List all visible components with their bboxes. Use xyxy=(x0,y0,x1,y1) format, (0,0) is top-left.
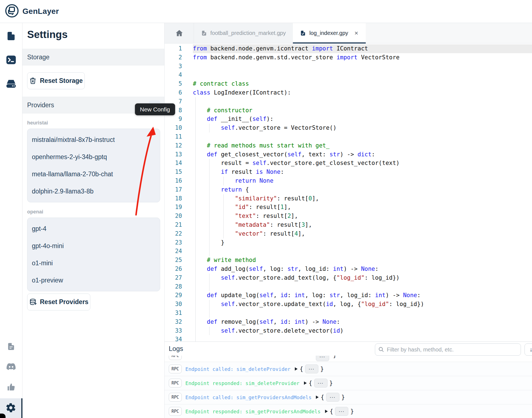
provider-group-label: heuristai xyxy=(27,120,160,126)
code-line[interactable]: 2from backend.node.genvm.std.vector_stor… xyxy=(165,53,532,62)
log-message: Endpoint called: sim_deleteProvider xyxy=(185,366,290,372)
code-line[interactable]: 1from backend.node.genvm.icontract impor… xyxy=(165,44,532,53)
expand-triangle-icon[interactable] xyxy=(316,396,319,399)
provider-model-item[interactable]: openhermes-2-yi-34b-gptq xyxy=(27,148,160,165)
provider-model-item[interactable]: dolphin-2.9-llama3-8b xyxy=(27,183,160,200)
log-row: RPCEndpoint called: sim_getProvidersAndM… xyxy=(165,390,532,404)
code-line[interactable]: 10 self.vector_store = VectorStore() xyxy=(165,124,532,132)
reset-storage-button[interactable]: Reset Storage xyxy=(27,72,85,89)
docs-icon[interactable] xyxy=(6,341,17,352)
logs-filter-input[interactable] xyxy=(375,343,521,356)
expand-params-button[interactable]: ··· xyxy=(335,407,348,416)
code-line[interactable]: 5# contract class xyxy=(165,80,532,88)
expand-params-button[interactable]: ··· xyxy=(316,356,329,361)
opening-brace: { xyxy=(330,408,333,415)
code-line[interactable]: 12 # read methods must start with get_ xyxy=(165,141,532,150)
code-line[interactable]: 23 } xyxy=(165,238,532,247)
code-line[interactable]: 20 "text": result[2], xyxy=(165,212,532,221)
line-number: 14 xyxy=(165,159,193,168)
code-line[interactable]: 6class LogIndexer(IContract): xyxy=(165,88,532,97)
code-line[interactable]: 34 xyxy=(165,335,532,341)
provider-model-item[interactable]: mistralai/mixtral-8x7b-instruct xyxy=(27,131,160,148)
code-line[interactable]: 18 "similarity": result[0], xyxy=(165,194,532,203)
line-number: 33 xyxy=(165,327,193,335)
gear-icon[interactable] xyxy=(6,402,16,414)
line-number: 25 xyxy=(165,256,193,265)
code-line[interactable]: 28 xyxy=(165,282,532,291)
code-line[interactable]: 11 xyxy=(165,132,532,141)
thumbs-up-icon[interactable] xyxy=(6,381,17,392)
code-editor[interactable]: 1from backend.node.genvm.icontract impor… xyxy=(165,44,532,341)
expand-params-button[interactable]: ··· xyxy=(314,379,328,388)
closing-brace: } xyxy=(341,394,345,401)
code-line[interactable]: 8 # constructor xyxy=(165,106,532,115)
line-number: 11 xyxy=(165,132,193,141)
code-line[interactable]: 26 def add_log(self, log: str, log_id: i… xyxy=(165,265,532,274)
expand-triangle-icon[interactable] xyxy=(325,410,328,413)
code-line[interactable]: 27 self.vector_store.add_text(log, {"log… xyxy=(165,274,532,282)
tab-football-prediction-market[interactable]: football_prediction_market.gpy xyxy=(194,23,293,43)
home-tab-button[interactable] xyxy=(165,23,194,43)
provider-model-item[interactable]: meta-llama/llama-2-70b-chat xyxy=(27,165,160,183)
code-line[interactable]: 25 # write method xyxy=(165,256,532,265)
log-message: Endpoint called: sim_getProvidersAndMode… xyxy=(185,394,311,400)
expand-triangle-icon[interactable] xyxy=(295,367,298,371)
provider-group: mistralai/mixtral-8x7b-instructopenherme… xyxy=(27,129,160,202)
line-number: 15 xyxy=(165,168,193,177)
code-line[interactable]: 30 self.vector_store.update_text(id, log… xyxy=(165,300,532,309)
files-icon[interactable] xyxy=(6,30,17,42)
icon-rail xyxy=(0,23,22,418)
storage-drive-icon[interactable] xyxy=(6,78,17,89)
expand-params-button[interactable]: ··· xyxy=(326,393,339,402)
expand-params-button[interactable]: ··· xyxy=(305,365,318,373)
editor-pane: football_prediction_market.gpy log_index… xyxy=(165,23,532,418)
database-reset-icon xyxy=(29,298,37,306)
code-line[interactable]: 29 def update_log(self, id: int, log: st… xyxy=(165,291,532,300)
tab-bar-filler xyxy=(366,23,532,43)
closing-brace: } xyxy=(350,408,354,415)
terminal-icon[interactable] xyxy=(6,54,17,65)
code-line[interactable]: 9 def __init__(self): xyxy=(165,115,532,124)
line-number: 27 xyxy=(165,274,193,282)
code-line[interactable]: 7 xyxy=(165,97,532,106)
genlayer-logo-icon xyxy=(5,4,19,19)
line-number: 21 xyxy=(165,221,193,230)
code-line[interactable]: 17 return { xyxy=(165,185,532,194)
closing-brace: } xyxy=(329,380,333,386)
providers-label: Providers xyxy=(27,101,54,109)
reset-providers-button[interactable]: Reset Providers xyxy=(27,294,90,310)
closing-brace: } xyxy=(333,356,337,358)
code-line[interactable]: 4 xyxy=(165,71,532,80)
brand-title: GenLayer xyxy=(22,7,59,16)
log-row: RPCEndpoint responded: sim_deleteProvide… xyxy=(165,376,532,390)
close-tab-icon[interactable]: ✕ xyxy=(354,30,359,36)
sort-icon: ↓↑ xyxy=(530,346,532,353)
code-line[interactable]: 22 "vector": result[4], xyxy=(165,230,532,238)
expand-triangle-icon[interactable] xyxy=(304,381,307,385)
code-line[interactable]: 14 result = self.vector_store.get_closes… xyxy=(165,159,532,168)
file-check-icon xyxy=(300,30,306,36)
code-line[interactable]: 32 def remove_log(self, id: int) -> None… xyxy=(165,318,532,327)
search-icon xyxy=(378,346,384,352)
line-number: 6 xyxy=(165,88,193,97)
rpc-badge: RPC xyxy=(169,407,182,416)
sort-logs-button[interactable]: ↓↑ xyxy=(525,343,532,356)
code-line[interactable]: 24 xyxy=(165,247,532,256)
tab-log-indexer[interactable]: log_indexer.gpy ✕ xyxy=(293,23,365,43)
code-line[interactable]: 21 "metadata": result[3], xyxy=(165,221,532,230)
line-number: 29 xyxy=(165,291,193,300)
code-line[interactable]: 16 return None xyxy=(165,177,532,185)
provider-model-item[interactable]: gpt-4 xyxy=(27,220,160,237)
log-row: RPC···} xyxy=(165,356,532,362)
code-line[interactable]: 31 xyxy=(165,309,532,318)
code-line[interactable]: 19 "id": result[1], xyxy=(165,203,532,212)
code-line[interactable]: 15 if result is None: xyxy=(165,168,532,177)
rpc-badge: RPC xyxy=(169,379,182,388)
discord-icon[interactable] xyxy=(6,361,17,372)
provider-model-item[interactable]: o1-preview xyxy=(27,272,160,289)
provider-model-item[interactable]: o1-mini xyxy=(27,254,160,272)
code-line[interactable]: 33 self.vector_store.delete_vector(id) xyxy=(165,327,532,335)
code-line[interactable]: 3 xyxy=(165,62,532,71)
code-line[interactable]: 13 def get_closest_vector(self, text: st… xyxy=(165,150,532,159)
provider-model-item[interactable]: gpt-4o-mini xyxy=(27,237,160,254)
